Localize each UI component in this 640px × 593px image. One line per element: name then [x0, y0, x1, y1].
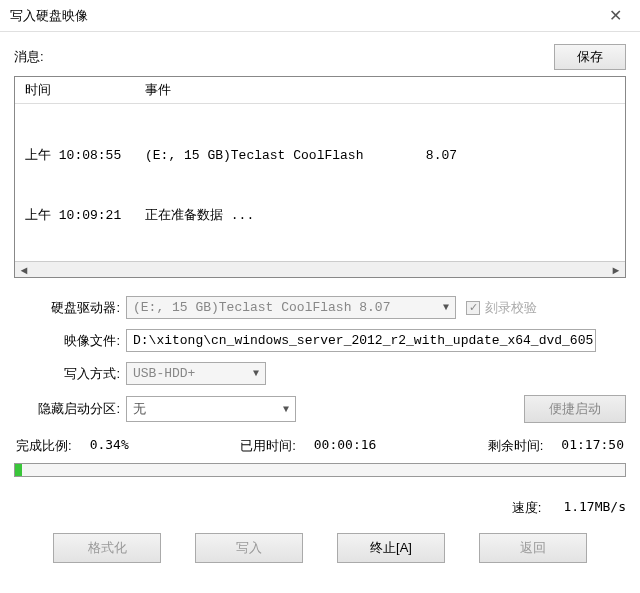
write-button[interactable]: 写入 — [195, 533, 303, 563]
progress-bar — [14, 463, 626, 477]
abort-button[interactable]: 终止[A] — [337, 533, 445, 563]
save-button[interactable]: 保存 — [554, 44, 626, 70]
scroll-left-icon[interactable]: ◄ — [17, 264, 31, 276]
drive-row: 硬盘驱动器: (E:, 15 GB)Teclast CoolFlash 8.07… — [14, 296, 626, 319]
method-row: 写入方式: USB-HDD+ ▼ — [14, 362, 626, 385]
button-row: 格式化 写入 终止[A] 返回 — [14, 533, 626, 563]
hidden-select[interactable]: 无 ▼ — [126, 396, 296, 422]
log-header: 时间 事件 — [15, 77, 625, 104]
content-area: 消息: 保存 时间 事件 上午 10:08:55(E:, 15 GB)Tecla… — [0, 32, 640, 573]
method-value: USB-HDD+ — [133, 366, 195, 381]
elapsed-group: 已用时间: 00:00:16 — [240, 437, 376, 455]
image-label: 映像文件: — [14, 332, 126, 350]
speed-value: 1.17MB/s — [563, 499, 626, 517]
titlebar: 写入硬盘映像 ✕ — [0, 0, 640, 32]
method-select[interactable]: USB-HDD+ ▼ — [126, 362, 266, 385]
horizontal-scrollbar[interactable]: ◄ ► — [15, 261, 625, 277]
remain-value: 01:17:50 — [561, 437, 624, 455]
percent-value: 0.34% — [90, 437, 129, 455]
back-button[interactable]: 返回 — [479, 533, 587, 563]
format-button[interactable]: 格式化 — [53, 533, 161, 563]
chevron-down-icon: ▼ — [283, 404, 289, 415]
log-row: 上午 10:08:55(E:, 15 GB)Teclast CoolFlash … — [25, 146, 615, 166]
log-col-event: 事件 — [145, 81, 615, 99]
drive-select[interactable]: (E:, 15 GB)Teclast CoolFlash 8.07 ▼ — [126, 296, 456, 319]
chevron-down-icon: ▼ — [443, 302, 449, 313]
verify-label: 刻录校验 — [485, 299, 537, 317]
hidden-row: 隐藏启动分区: 无 ▼ 便捷启动 — [14, 395, 626, 423]
shortcut-boot-button[interactable]: 便捷启动 — [524, 395, 626, 423]
verify-checkbox[interactable]: ✓ 刻录校验 — [466, 299, 537, 317]
info-header: 消息: 保存 — [14, 44, 626, 70]
hidden-label: 隐藏启动分区: — [14, 400, 126, 418]
progress-stats: 完成比例: 0.34% 已用时间: 00:00:16 剩余时间: 01:17:5… — [14, 437, 626, 455]
speed-line: 速度: 1.17MB/s — [14, 499, 626, 517]
scroll-right-icon[interactable]: ► — [609, 264, 623, 276]
remain-group: 剩余时间: 01:17:50 — [488, 437, 624, 455]
log-body[interactable]: 上午 10:08:55(E:, 15 GB)Teclast CoolFlash … — [15, 104, 625, 261]
log-row: 上午 10:09:21正在准备数据 ... — [25, 206, 615, 226]
chevron-down-icon: ▼ — [253, 368, 259, 379]
image-row: 映像文件: D:\xitong\cn_windows_server_2012_r… — [14, 329, 626, 352]
hidden-value: 无 — [133, 400, 146, 418]
window-title: 写入硬盘映像 — [10, 7, 88, 25]
remain-label: 剩余时间: — [488, 437, 544, 455]
elapsed-value: 00:00:16 — [314, 437, 377, 455]
percent-group: 完成比例: 0.34% — [16, 437, 129, 455]
speed-label: 速度: — [512, 499, 542, 517]
method-label: 写入方式: — [14, 365, 126, 383]
checkbox-icon: ✓ — [466, 301, 480, 315]
info-label: 消息: — [14, 48, 44, 66]
elapsed-label: 已用时间: — [240, 437, 296, 455]
log-col-time: 时间 — [25, 81, 145, 99]
form-area: 硬盘驱动器: (E:, 15 GB)Teclast CoolFlash 8.07… — [14, 296, 626, 423]
drive-value: (E:, 15 GB)Teclast CoolFlash 8.07 — [133, 300, 390, 315]
image-field[interactable]: D:\xitong\cn_windows_server_2012_r2_with… — [126, 329, 596, 352]
drive-label: 硬盘驱动器: — [14, 299, 126, 317]
close-icon[interactable]: ✕ — [601, 2, 630, 29]
progress-fill — [15, 464, 22, 476]
percent-label: 完成比例: — [16, 437, 72, 455]
log-box: 时间 事件 上午 10:08:55(E:, 15 GB)Teclast Cool… — [14, 76, 626, 278]
